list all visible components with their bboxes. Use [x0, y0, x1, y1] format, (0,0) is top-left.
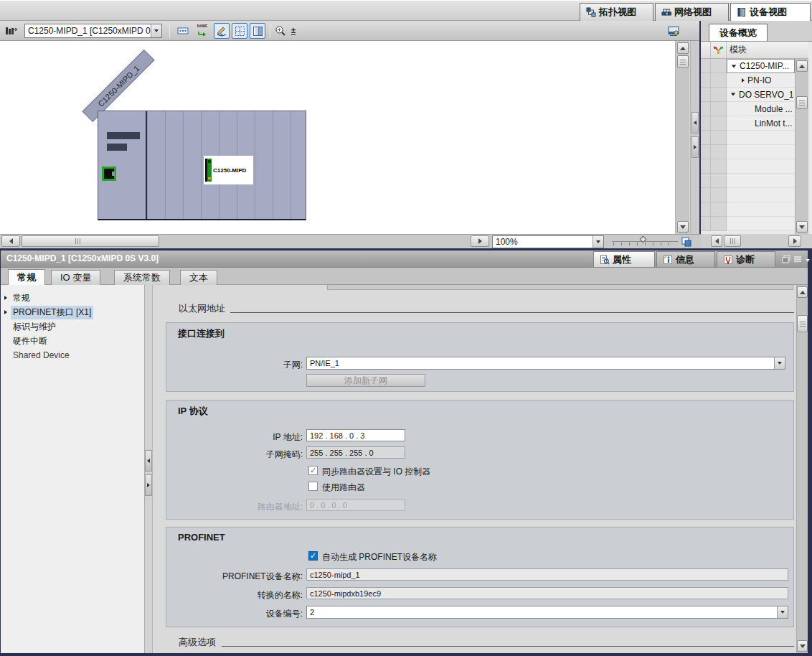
zoom-level-dropdown[interactable]: 100%: [492, 235, 604, 248]
canvas-scroll-up-button[interactable]: [677, 42, 689, 54]
collapse-panel-icon[interactable]: [803, 256, 812, 266]
device-number-dropdown[interactable]: 2: [306, 606, 788, 619]
form-vertical-scrollbar[interactable]: [796, 285, 808, 653]
properties-nav-tree: 常规 PROFINET接口 [X1] 标识与维护 硬件中断: [1, 285, 145, 653]
overview-scroll-up-button[interactable]: [796, 60, 808, 72]
device-selector-dropdown[interactable]: C1250-MIPD_1 [C1250xMIPD 0: [24, 24, 162, 38]
nav-item-hardware-interrupt[interactable]: 硬件中断: [1, 334, 144, 348]
inspector-tab-row: 常规 IO 变量 系统常数 文本: [1, 268, 808, 285]
converted-name-field[interactable]: c1250-mipdxb19ec9: [306, 587, 788, 599]
menu-list-icon[interactable]: [793, 254, 803, 264]
collapse-icon[interactable]: [731, 93, 735, 96]
subnet-dropdown-arrow-icon[interactable]: [774, 357, 785, 369]
overview-row-doservo[interactable]: DO SERVO_1: [701, 88, 808, 102]
tab-topology-view[interactable]: 拓扑视图: [580, 3, 653, 21]
profinet-port-icon[interactable]: [102, 167, 116, 181]
plugged-module-card[interactable]: C1250-MIPD: [204, 156, 253, 184]
subnet-dropdown[interactable]: PN/IE_1: [306, 357, 785, 370]
overview-scroll-right-button[interactable]: [788, 235, 801, 247]
overview-hscroll-thumb[interactable]: [724, 235, 741, 247]
form-scroll-up-button[interactable]: [797, 286, 808, 298]
fit-to-view-button[interactable]: [679, 234, 694, 250]
canvas-overview-splitter[interactable]: [690, 41, 699, 234]
canvas-scroll-left-button[interactable]: [1, 235, 20, 247]
tab-network-view[interactable]: 网络视图: [655, 3, 729, 21]
canvas-vertical-scrollbar[interactable]: [675, 41, 689, 234]
profinet-device-name-field[interactable]: c1250-mipd_1: [306, 568, 788, 581]
nav-item-profinet-interface[interactable]: PROFINET接口 [X1]: [1, 305, 144, 319]
tab-properties[interactable]: 属性: [593, 251, 655, 267]
router-address-field[interactable]: 0 . 0 . 0 . 0: [306, 499, 405, 511]
collapse-icon[interactable]: [732, 65, 736, 67]
expand-icon[interactable]: [742, 78, 745, 83]
show-grid-button[interactable]: [232, 23, 247, 39]
canvas-vscroll-thumb[interactable]: [677, 55, 689, 68]
row-label: DO SERVO_1: [739, 90, 793, 100]
form-scroll-down-button[interactable]: [797, 640, 808, 652]
properties-splitter[interactable]: [145, 285, 153, 653]
overview-scroll-left-button[interactable]: [711, 235, 722, 247]
overview-empty-row: [701, 174, 808, 188]
tab-io-tags[interactable]: IO 变量: [51, 270, 100, 285]
device-selector-value: C1250-MIPD_1 [C1250xMIPD 0: [25, 26, 151, 36]
tab-texts[interactable]: 文本: [180, 270, 217, 285]
nav-item-identification[interactable]: 标识与维护: [1, 319, 144, 334]
zoom-tool-button[interactable]: [273, 23, 288, 39]
tab-network-label: 网络视图: [674, 6, 712, 19]
overview-horizontal-scrollbar[interactable]: [701, 235, 812, 248]
overview-row-pnio[interactable]: PN-IO: [701, 73, 808, 88]
form-vscroll-thumb[interactable]: [797, 315, 808, 332]
info-icon: [663, 255, 673, 265]
show-module-labels-button[interactable]: NAME: [194, 23, 210, 39]
auto-generate-name-checkbox[interactable]: [308, 551, 318, 561]
device-overview-tab[interactable]: 设备概览: [709, 24, 768, 41]
tab-system-constants[interactable]: 系统常数: [114, 270, 170, 285]
inspector-title-bar: C1250-MIPD_1 [C1250xMIPD 0S V3.0] 属性 信息 …: [1, 250, 808, 268]
splitter-collapse-left-handle[interactable]: [691, 112, 699, 133]
zoom-slider[interactable]: [612, 236, 678, 247]
sync-router-checkbox[interactable]: [308, 466, 318, 475]
properties-splitter-right-handle[interactable]: [145, 474, 152, 496]
overview-vscroll-thumb[interactable]: [796, 96, 808, 109]
tab-device-view[interactable]: 设备视图: [730, 3, 811, 21]
overview-row-module[interactable]: Module ...: [701, 102, 808, 116]
subnet-mask-field[interactable]: 255 . 255 . 255 . 0: [306, 446, 405, 459]
float-window-icon[interactable]: [781, 254, 791, 264]
nav-item-general[interactable]: 常规: [1, 291, 144, 305]
tab-info[interactable]: 信息: [656, 251, 715, 267]
splitter-collapse-right-handle[interactable]: [691, 136, 699, 158]
zoom-dropdown-arrow-icon[interactable]: [593, 236, 603, 248]
use-router-checkbox[interactable]: [308, 482, 318, 491]
device-selector-arrow-icon[interactable]: [151, 24, 161, 37]
inspector-title: C1250-MIPD_1 [C1250xMIPD 0S V3.0]: [6, 253, 159, 263]
show-addresses-button[interactable]: [175, 23, 191, 39]
monitor-online-icon[interactable]: [666, 23, 681, 39]
row-label: Module ...: [755, 104, 793, 114]
inspector-window: C1250-MIPD_1 [C1250xMIPD 0S V3.0] 属性 信息 …: [0, 248, 812, 656]
add-subnet-button[interactable]: 添加新子网: [306, 374, 425, 387]
properties-splitter-left-handle[interactable]: [145, 450, 152, 472]
edit-mode-button[interactable]: [214, 23, 230, 39]
ip-address-field[interactable]: 192 . 168 . 0 . 3: [306, 429, 405, 441]
canvas-scroll-down-button[interactable]: [677, 221, 689, 233]
subnet-mask-value: 255 . 255 . 255 . 0: [307, 449, 405, 457]
canvas-scroll-right-button[interactable]: [471, 235, 489, 247]
canvas-hscroll-thumb[interactable]: [22, 235, 159, 247]
overview-vertical-scrollbar[interactable]: [795, 59, 808, 235]
zoom-levels-icon[interactable]: ±: [288, 23, 298, 39]
nav-item-shared-device[interactable]: Shared Device: [1, 348, 144, 362]
overview-scroll-down-button[interactable]: [796, 221, 808, 233]
interface-group-box: 接口连接到 子网: PN/IE_1 添加新子网: [166, 322, 794, 392]
device-number-arrow-icon[interactable]: [777, 606, 788, 618]
device-rack[interactable]: C1250-MIPD: [98, 111, 306, 220]
device-canvas[interactable]: C1250-MIPD_1 C1250-MIPD: [0, 41, 675, 234]
rack-navigation-icon[interactable]: [3, 23, 19, 39]
tab-info-label: 信息: [676, 253, 694, 266]
tab-diagnostics[interactable]: 诊断: [717, 251, 775, 267]
tia-portal-device-view: 拓扑视图 网络视图 设备视图 C1250-MIPD_1 [C1250xMIPD …: [0, 0, 812, 656]
overview-row-linmot[interactable]: LinMot t...: [701, 116, 808, 131]
overview-row-c1250[interactable]: C1250-MIP...: [701, 59, 808, 73]
advanced-section-title: 高级选项: [179, 636, 216, 649]
tab-general[interactable]: 常规: [8, 269, 45, 285]
split-editor-button[interactable]: [250, 23, 265, 39]
